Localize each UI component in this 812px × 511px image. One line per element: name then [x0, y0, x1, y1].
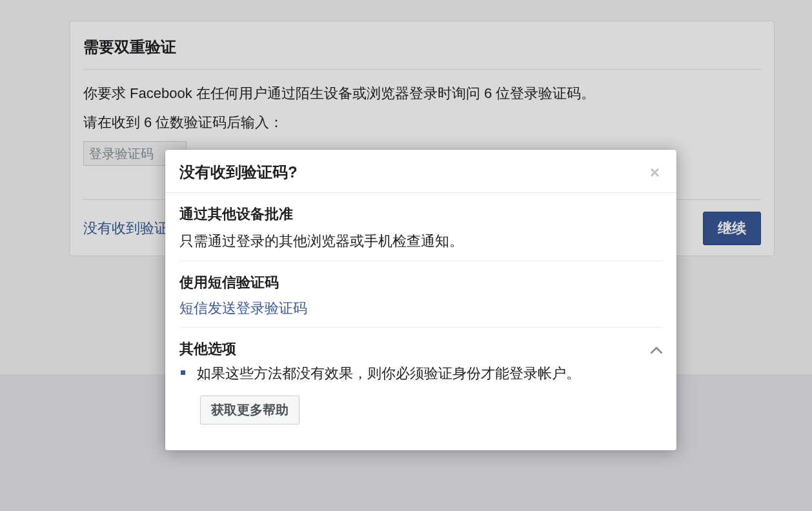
- section-sms-title: 使用短信验证码: [179, 273, 662, 292]
- section-other-options: 其他选项 如果这些方法都没有效果，则你必须验证身份才能登录帐户。 获取更多帮助: [179, 328, 662, 434]
- section-other-title: 其他选项: [179, 339, 236, 359]
- no-code-modal: 没有收到验证码? × 通过其他设备批准 只需通过登录的其他浏览器或手机检查通知。…: [165, 150, 676, 450]
- modal-title: 没有收到验证码?: [179, 162, 298, 183]
- get-more-help-button[interactable]: 获取更多帮助: [200, 396, 299, 425]
- chevron-up-icon: [651, 341, 662, 357]
- section-approve-title: 通过其他设备批准: [179, 205, 662, 224]
- other-options-text: 如果这些方法都没有效果，则你必须验证身份才能登录帐户。: [197, 363, 580, 384]
- section-approve-text: 只需通过登录的其他浏览器或手机检查通知。: [179, 230, 662, 252]
- modal-body: 通过其他设备批准 只需通过登录的其他浏览器或手机检查通知。 使用短信验证码 短信…: [165, 193, 676, 450]
- section-other-header[interactable]: 其他选项: [179, 339, 662, 359]
- bullet-icon: [181, 370, 185, 375]
- section-sms-code: 使用短信验证码 短信发送登录验证码: [179, 261, 662, 328]
- other-options-bullet: 如果这些方法都没有效果，则你必须验证身份才能登录帐户。: [179, 363, 662, 384]
- send-sms-code-link[interactable]: 短信发送登录验证码: [179, 300, 307, 316]
- section-approve-other-device: 通过其他设备批准 只需通过登录的其他浏览器或手机检查通知。: [179, 193, 662, 261]
- close-icon[interactable]: ×: [647, 161, 662, 183]
- modal-header: 没有收到验证码? ×: [165, 150, 676, 193]
